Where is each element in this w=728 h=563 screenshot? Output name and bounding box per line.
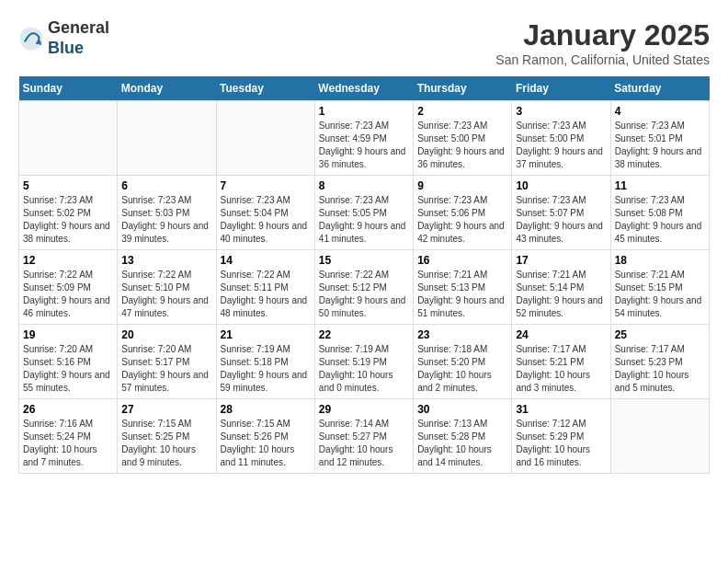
day-number: 27 <box>121 403 211 416</box>
calendar-cell <box>216 101 314 176</box>
logo-blue: Blue <box>48 39 84 57</box>
day-info: Sunrise: 7:15 AM Sunset: 5:26 PM Dayligh… <box>221 418 311 469</box>
day-info: Sunrise: 7:23 AM Sunset: 5:06 PM Dayligh… <box>417 194 507 246</box>
day-number: 11 <box>615 179 705 192</box>
calendar-cell: 18Sunrise: 7:21 AM Sunset: 5:15 PM Dayli… <box>610 250 709 325</box>
day-header-tuesday: Tuesday <box>216 76 314 101</box>
day-info: Sunrise: 7:19 AM Sunset: 5:19 PM Dayligh… <box>319 343 409 395</box>
day-info: Sunrise: 7:15 AM Sunset: 5:25 PM Dayligh… <box>121 418 211 469</box>
calendar-week-4: 26Sunrise: 7:16 AM Sunset: 5:24 PM Dayli… <box>19 399 710 474</box>
day-number: 8 <box>319 179 409 192</box>
calendar-cell <box>19 101 118 176</box>
logo-icon <box>18 26 44 52</box>
day-info: Sunrise: 7:23 AM Sunset: 5:01 PM Dayligh… <box>615 120 705 171</box>
day-info: Sunrise: 7:22 AM Sunset: 5:11 PM Dayligh… <box>221 269 311 320</box>
calendar-cell: 24Sunrise: 7:17 AM Sunset: 5:21 PM Dayli… <box>512 325 610 399</box>
day-info: Sunrise: 7:22 AM Sunset: 5:09 PM Dayligh… <box>23 269 113 320</box>
day-header-friday: Friday <box>512 76 610 101</box>
day-info: Sunrise: 7:18 AM Sunset: 5:20 PM Dayligh… <box>417 343 507 395</box>
day-number: 7 <box>221 179 311 192</box>
title-area: January 2025 San Ramon, California, Unit… <box>495 18 710 67</box>
day-number: 28 <box>221 403 311 416</box>
day-info: Sunrise: 7:23 AM Sunset: 5:04 PM Dayligh… <box>221 194 311 246</box>
day-info: Sunrise: 7:12 AM Sunset: 5:29 PM Dayligh… <box>516 418 606 469</box>
day-info: Sunrise: 7:23 AM Sunset: 5:00 PM Dayligh… <box>516 120 606 171</box>
day-header-monday: Monday <box>118 76 216 101</box>
calendar-cell: 7Sunrise: 7:23 AM Sunset: 5:04 PM Daylig… <box>216 176 314 250</box>
day-number: 19 <box>23 328 113 341</box>
calendar-cell: 11Sunrise: 7:23 AM Sunset: 5:08 PM Dayli… <box>610 176 709 250</box>
day-header-saturday: Saturday <box>610 76 709 101</box>
calendar-cell: 3Sunrise: 7:23 AM Sunset: 5:00 PM Daylig… <box>512 101 610 176</box>
day-number: 24 <box>516 328 606 341</box>
calendar-cell: 15Sunrise: 7:22 AM Sunset: 5:12 PM Dayli… <box>314 250 413 325</box>
day-number: 4 <box>615 105 705 118</box>
day-number: 29 <box>319 403 409 416</box>
day-number: 31 <box>516 403 606 416</box>
day-info: Sunrise: 7:13 AM Sunset: 5:28 PM Dayligh… <box>417 418 507 469</box>
calendar-cell: 22Sunrise: 7:19 AM Sunset: 5:19 PM Dayli… <box>314 325 413 399</box>
day-number: 15 <box>319 254 409 267</box>
calendar-cell: 6Sunrise: 7:23 AM Sunset: 5:03 PM Daylig… <box>118 176 216 250</box>
calendar-cell: 13Sunrise: 7:22 AM Sunset: 5:10 PM Dayli… <box>118 250 216 325</box>
day-info: Sunrise: 7:22 AM Sunset: 5:12 PM Dayligh… <box>319 269 409 320</box>
calendar-cell: 26Sunrise: 7:16 AM Sunset: 5:24 PM Dayli… <box>19 399 118 474</box>
day-info: Sunrise: 7:14 AM Sunset: 5:27 PM Dayligh… <box>319 418 409 469</box>
calendar-cell: 10Sunrise: 7:23 AM Sunset: 5:07 PM Dayli… <box>512 176 610 250</box>
calendar-cell: 8Sunrise: 7:23 AM Sunset: 5:05 PM Daylig… <box>314 176 413 250</box>
day-header-thursday: Thursday <box>414 76 512 101</box>
calendar-cell: 30Sunrise: 7:13 AM Sunset: 5:28 PM Dayli… <box>414 399 512 474</box>
day-number: 25 <box>615 328 705 341</box>
day-info: Sunrise: 7:23 AM Sunset: 5:00 PM Dayligh… <box>417 120 507 171</box>
day-number: 5 <box>23 179 113 192</box>
day-number: 2 <box>417 105 507 118</box>
calendar-week-0: 1Sunrise: 7:23 AM Sunset: 4:59 PM Daylig… <box>19 101 710 176</box>
day-info: Sunrise: 7:17 AM Sunset: 5:23 PM Dayligh… <box>615 343 705 395</box>
page-header: General Blue January 2025 San Ramon, Cal… <box>18 18 710 67</box>
day-info: Sunrise: 7:23 AM Sunset: 5:08 PM Dayligh… <box>615 194 705 246</box>
logo-text: General Blue <box>48 18 109 58</box>
day-number: 14 <box>221 254 311 267</box>
day-number: 23 <box>417 328 507 341</box>
day-number: 9 <box>417 179 507 192</box>
day-info: Sunrise: 7:23 AM Sunset: 5:03 PM Dayligh… <box>121 194 211 246</box>
calendar-cell: 28Sunrise: 7:15 AM Sunset: 5:26 PM Dayli… <box>216 399 314 474</box>
calendar-cell: 20Sunrise: 7:20 AM Sunset: 5:17 PM Dayli… <box>118 325 216 399</box>
calendar-cell: 31Sunrise: 7:12 AM Sunset: 5:29 PM Dayli… <box>512 399 610 474</box>
calendar-cell: 25Sunrise: 7:17 AM Sunset: 5:23 PM Dayli… <box>610 325 709 399</box>
calendar-cell: 14Sunrise: 7:22 AM Sunset: 5:11 PM Dayli… <box>216 250 314 325</box>
calendar-week-1: 5Sunrise: 7:23 AM Sunset: 5:02 PM Daylig… <box>19 176 710 250</box>
day-number: 16 <box>417 254 507 267</box>
day-number: 10 <box>516 179 606 192</box>
calendar-cell: 2Sunrise: 7:23 AM Sunset: 5:00 PM Daylig… <box>414 101 512 176</box>
calendar-cell: 19Sunrise: 7:20 AM Sunset: 5:16 PM Dayli… <box>19 325 118 399</box>
day-number: 13 <box>121 254 211 267</box>
day-number: 6 <box>121 179 211 192</box>
calendar-cell: 23Sunrise: 7:18 AM Sunset: 5:20 PM Dayli… <box>414 325 512 399</box>
day-info: Sunrise: 7:21 AM Sunset: 5:13 PM Dayligh… <box>417 269 507 320</box>
day-info: Sunrise: 7:21 AM Sunset: 5:14 PM Dayligh… <box>516 269 606 320</box>
day-number: 21 <box>221 328 311 341</box>
day-info: Sunrise: 7:16 AM Sunset: 5:24 PM Dayligh… <box>23 418 113 469</box>
location: San Ramon, California, United States <box>495 52 710 67</box>
day-number: 3 <box>516 105 606 118</box>
calendar-cell: 29Sunrise: 7:14 AM Sunset: 5:27 PM Dayli… <box>314 399 413 474</box>
calendar-body: 1Sunrise: 7:23 AM Sunset: 4:59 PM Daylig… <box>19 101 710 474</box>
day-info: Sunrise: 7:23 AM Sunset: 5:05 PM Dayligh… <box>319 194 409 246</box>
calendar-cell: 27Sunrise: 7:15 AM Sunset: 5:25 PM Dayli… <box>118 399 216 474</box>
day-info: Sunrise: 7:23 AM Sunset: 4:59 PM Dayligh… <box>319 120 409 171</box>
day-info: Sunrise: 7:20 AM Sunset: 5:16 PM Dayligh… <box>23 343 113 395</box>
day-number: 30 <box>417 403 507 416</box>
logo-general: General <box>48 18 109 37</box>
month-title: January 2025 <box>495 18 710 52</box>
day-info: Sunrise: 7:23 AM Sunset: 5:02 PM Dayligh… <box>23 194 113 246</box>
day-info: Sunrise: 7:19 AM Sunset: 5:18 PM Dayligh… <box>221 343 311 395</box>
calendar-table: SundayMondayTuesdayWednesdayThursdayFrid… <box>18 76 710 474</box>
calendar-cell: 16Sunrise: 7:21 AM Sunset: 5:13 PM Dayli… <box>414 250 512 325</box>
day-info: Sunrise: 7:23 AM Sunset: 5:07 PM Dayligh… <box>516 194 606 246</box>
day-header-sunday: Sunday <box>19 76 118 101</box>
calendar-header: SundayMondayTuesdayWednesdayThursdayFrid… <box>19 76 710 101</box>
calendar-cell: 4Sunrise: 7:23 AM Sunset: 5:01 PM Daylig… <box>610 101 709 176</box>
calendar-cell <box>610 399 709 474</box>
calendar-cell: 17Sunrise: 7:21 AM Sunset: 5:14 PM Dayli… <box>512 250 610 325</box>
